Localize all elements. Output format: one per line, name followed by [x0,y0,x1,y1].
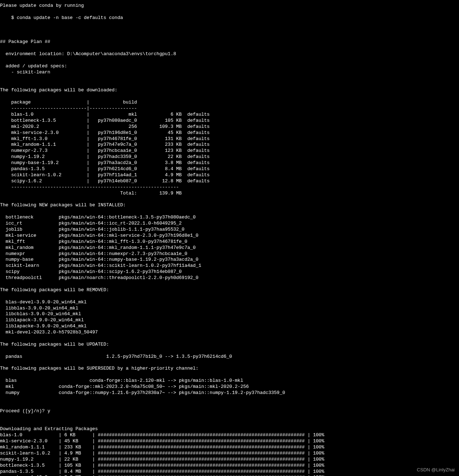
watermark: CSDN @LinlyZhai [417,467,455,473]
terminal-output: Please update conda by running $ conda u… [0,3,459,476]
